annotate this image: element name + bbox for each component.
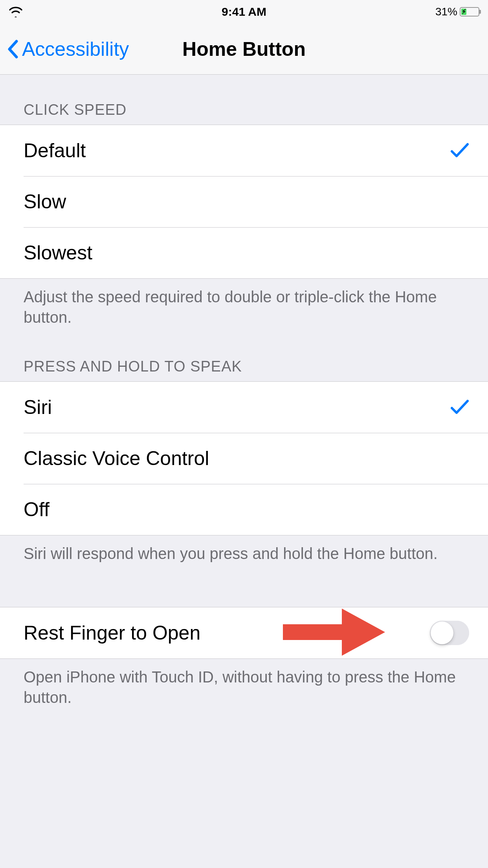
click-speed-option-slowest[interactable]: Slowest xyxy=(0,227,488,278)
rest-finger-row: Rest Finger to Open xyxy=(0,607,488,658)
charging-bolt-icon: ⚡︎ xyxy=(462,9,466,15)
svg-marker-1 xyxy=(342,609,385,656)
press-hold-group: Siri Classic Voice Control Off xyxy=(0,381,488,535)
rest-finger-group: Rest Finger to Open xyxy=(0,607,488,659)
press-hold-option-classic-voice[interactable]: Classic Voice Control xyxy=(0,433,488,484)
option-label: Slow xyxy=(24,190,66,213)
checkmark-icon xyxy=(450,143,469,158)
battery-icon: ⚡︎ xyxy=(460,7,479,17)
page-title: Home Button xyxy=(182,38,306,61)
rest-finger-toggle[interactable] xyxy=(430,621,469,645)
status-right: 31% ⚡︎ xyxy=(401,6,479,18)
section-header-click-speed: CLICK SPEED xyxy=(0,75,488,125)
option-label: Siri xyxy=(24,396,52,419)
click-speed-group: Default Slow Slowest xyxy=(0,125,488,279)
section-footer-click-speed: Adjust the speed required to double or t… xyxy=(0,279,488,331)
back-label: Accessibility xyxy=(22,38,129,61)
section-header-press-hold: PRESS AND HOLD TO SPEAK xyxy=(0,331,488,381)
nav-bar: Accessibility Home Button xyxy=(0,24,488,75)
back-button[interactable]: Accessibility xyxy=(0,38,129,61)
rest-finger-label: Rest Finger to Open xyxy=(24,622,200,644)
toggle-knob xyxy=(431,622,453,644)
option-label: Default xyxy=(24,139,86,162)
click-speed-option-slow[interactable]: Slow xyxy=(0,176,488,227)
annotation-arrow-icon xyxy=(283,605,385,661)
status-bar: 9:41 AM 31% ⚡︎ xyxy=(0,0,488,24)
press-hold-option-siri[interactable]: Siri xyxy=(0,382,488,433)
section-spacer xyxy=(0,568,488,607)
option-label: Off xyxy=(24,498,50,521)
option-label: Slowest xyxy=(24,241,92,264)
click-speed-option-default[interactable]: Default xyxy=(0,125,488,176)
section-footer-press-hold: Siri will respond when you press and hol… xyxy=(0,535,488,568)
chevron-left-icon xyxy=(7,40,19,59)
wifi-icon xyxy=(9,6,23,17)
svg-rect-0 xyxy=(283,624,342,640)
section-footer-rest-finger: Open iPhone with Touch ID, without havin… xyxy=(0,659,488,712)
battery-indicator: 31% ⚡︎ xyxy=(435,6,479,18)
status-time: 9:41 AM xyxy=(87,5,401,18)
option-label: Classic Voice Control xyxy=(24,447,209,470)
press-hold-option-off[interactable]: Off xyxy=(0,484,488,535)
battery-percentage: 31% xyxy=(435,6,457,18)
status-left xyxy=(9,6,87,17)
checkmark-icon xyxy=(450,399,469,415)
